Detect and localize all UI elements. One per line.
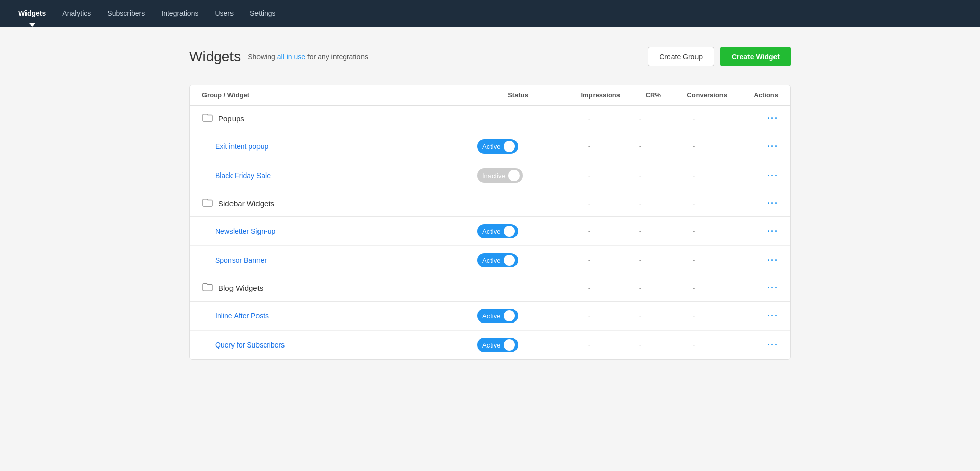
widget-cr: - [620, 171, 661, 180]
toggle-label: Active [482, 228, 500, 235]
status-toggle[interactable]: Inactive [477, 168, 523, 183]
toggle-knob [504, 310, 515, 321]
widget-more-button[interactable]: ··· [767, 226, 778, 237]
widget-more-button[interactable]: ··· [767, 170, 778, 181]
subtitle-suffix: for any integrations [305, 53, 368, 61]
status-toggle[interactable]: Active [477, 253, 518, 267]
widget-status-cell: Active [477, 224, 559, 238]
widget-name[interactable]: Black Friday Sale [215, 171, 477, 180]
folder-icon [202, 282, 213, 294]
widget-more-button[interactable]: ··· [767, 340, 778, 351]
widget-impressions: - [559, 341, 620, 349]
widget-conversions: - [661, 341, 727, 349]
nav-item-analytics[interactable]: Analytics [54, 1, 99, 26]
widget-name[interactable]: Inline After Posts [215, 312, 477, 320]
group-impressions: - [559, 284, 620, 292]
main-content: Widgets Showing all in use for any integ… [159, 27, 821, 380]
group-conversions: - [661, 115, 727, 123]
toggle-knob [504, 339, 515, 351]
group-cr: - [620, 115, 661, 123]
group-row: Blog Widgets - - - ··· [190, 275, 790, 302]
col-group-widget: Group / Widget [202, 91, 477, 99]
status-toggle[interactable]: Active [477, 139, 518, 154]
group-actions: ··· [727, 113, 778, 124]
widget-name[interactable]: Sponsor Banner [215, 256, 477, 264]
create-group-button[interactable]: Create Group [648, 47, 714, 66]
page-header: Widgets Showing all in use for any integ… [189, 47, 791, 66]
group-actions: ··· [727, 198, 778, 209]
create-widget-button[interactable]: Create Widget [720, 47, 791, 66]
status-toggle[interactable]: Active [477, 224, 518, 238]
group-label: Popups [202, 113, 477, 125]
group-conversions: - [661, 200, 727, 208]
widget-cr: - [620, 312, 661, 320]
group-label: Sidebar Widgets [202, 197, 477, 209]
widget-cr: - [620, 341, 661, 349]
widget-impressions: - [559, 256, 620, 264]
col-cr: CR% [620, 91, 661, 99]
all-in-use-link[interactable]: all in use [277, 53, 305, 61]
widget-name[interactable]: Query for Subscribers [215, 341, 477, 349]
nav-item-widgets[interactable]: Widgets [10, 1, 54, 26]
widget-actions: ··· [727, 170, 778, 181]
page-header-left: Widgets Showing all in use for any integ… [189, 48, 368, 65]
col-status: Status [477, 91, 559, 99]
folder-icon [202, 113, 213, 125]
group-impressions: - [559, 200, 620, 208]
group-more-button[interactable]: ··· [767, 113, 778, 124]
toggle-label: Active [482, 312, 500, 320]
widget-status-cell: Active [477, 253, 559, 267]
nav-item-users[interactable]: Users [207, 1, 242, 26]
toggle-knob [504, 255, 515, 266]
widget-actions: ··· [727, 141, 778, 152]
table-header-row: Group / Widget Status Impressions CR% Co… [190, 85, 790, 106]
table-body: Popups - - - ··· Exit intent popup Activ… [190, 106, 790, 359]
widget-cr: - [620, 142, 661, 151]
col-impressions: Impressions [559, 91, 620, 99]
widget-impressions: - [559, 312, 620, 320]
widgets-table: Group / Widget Status Impressions CR% Co… [189, 85, 791, 360]
widget-name[interactable]: Exit intent popup [215, 142, 477, 151]
page-subtitle: Showing all in use for any integrations [248, 53, 368, 61]
widget-cr: - [620, 256, 661, 264]
toggle-label: Inactive [482, 172, 505, 180]
group-impressions: - [559, 115, 620, 123]
widget-status-cell: Active [477, 139, 559, 154]
widget-row: Inline After Posts Active - - - ··· [190, 302, 790, 331]
widget-more-button[interactable]: ··· [767, 311, 778, 321]
toggle-label: Active [482, 143, 500, 151]
status-toggle[interactable]: Active [477, 309, 518, 323]
page-title: Widgets [189, 48, 241, 65]
group-name: Blog Widgets [218, 284, 263, 292]
group-cr: - [620, 200, 661, 208]
widget-conversions: - [661, 171, 727, 180]
group-more-button[interactable]: ··· [767, 198, 778, 209]
widget-cr: - [620, 227, 661, 235]
navbar: WidgetsAnalyticsSubscribersIntegrationsU… [0, 0, 980, 27]
widget-row: Newsletter Sign-up Active - - - ··· [190, 217, 790, 246]
col-actions: Actions [727, 91, 778, 99]
group-row: Popups - - - ··· [190, 106, 790, 132]
nav-item-integrations[interactable]: Integrations [153, 1, 207, 26]
group-name: Popups [218, 114, 244, 123]
widget-more-button[interactable]: ··· [767, 255, 778, 266]
widget-actions: ··· [727, 311, 778, 321]
toggle-knob [504, 141, 515, 152]
status-toggle[interactable]: Active [477, 338, 518, 352]
widget-more-button[interactable]: ··· [767, 141, 778, 152]
widget-name[interactable]: Newsletter Sign-up [215, 227, 477, 235]
toggle-label: Active [482, 257, 500, 264]
group-cr: - [620, 284, 661, 292]
widget-conversions: - [661, 227, 727, 235]
widget-row: Exit intent popup Active - - - ··· [190, 132, 790, 161]
nav-item-subscribers[interactable]: Subscribers [99, 1, 153, 26]
folder-icon [202, 197, 213, 209]
toggle-label: Active [482, 341, 500, 349]
group-more-button[interactable]: ··· [767, 283, 778, 293]
widget-impressions: - [559, 142, 620, 151]
subtitle-prefix: Showing [248, 53, 277, 61]
widget-row: Sponsor Banner Active - - - ··· [190, 246, 790, 275]
widget-actions: ··· [727, 255, 778, 266]
group-actions: ··· [727, 283, 778, 293]
nav-item-settings[interactable]: Settings [242, 1, 284, 26]
